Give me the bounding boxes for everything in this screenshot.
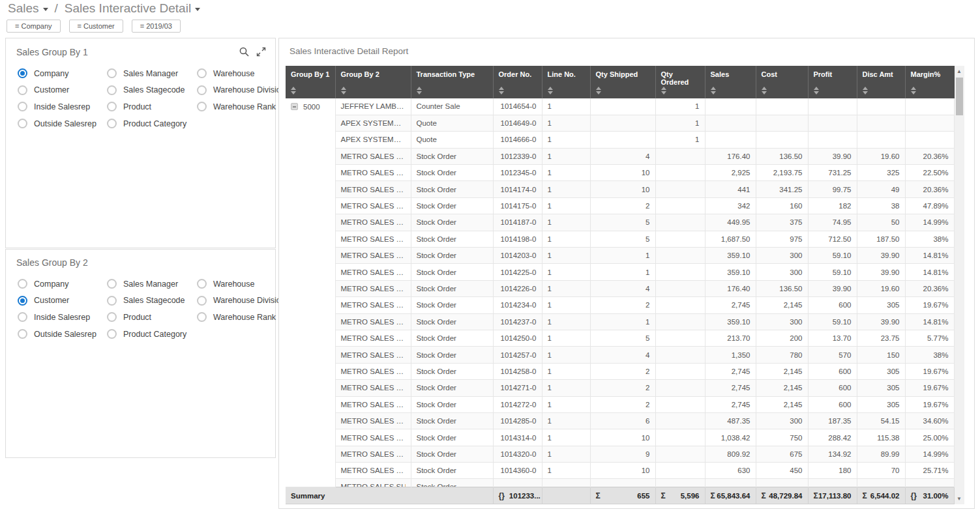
cell-transaction-type[interactable]: Stock Order — [411, 214, 493, 231]
cell-margin[interactable]: 38% — [905, 231, 954, 247]
group-by-1-radio-warehouse-rank[interactable]: Warehouse Rank — [197, 98, 286, 115]
table-row[interactable]: METRO SALES SUPPLYStock Order1014271-012… — [286, 380, 954, 396]
filter-chip-company[interactable]: = Company — [7, 20, 61, 33]
cell-sales[interactable]: 2,745 — [705, 363, 756, 379]
cell-cost[interactable]: 136.50 — [756, 280, 808, 296]
cell-qty-shipped[interactable] — [590, 98, 655, 115]
cell-qty-ordered[interactable] — [655, 197, 705, 214]
cell-cost[interactable]: 136.50 — [756, 148, 808, 164]
radio-icon[interactable] — [107, 102, 117, 111]
cell-cost[interactable]: 2,145 — [756, 297, 808, 313]
cell-line-no[interactable] — [542, 479, 590, 487]
cell-order-no[interactable]: 1014285-0 — [493, 412, 542, 429]
cell-disc-amt[interactable]: 305 — [857, 297, 905, 313]
cell-group-by-2[interactable]: METRO SALES SUPPLY — [335, 479, 411, 487]
cell-sales[interactable]: 2,745 — [705, 396, 756, 412]
cell-line-no[interactable]: 1 — [542, 197, 590, 214]
sort-icon[interactable] — [499, 87, 504, 94]
scroll-up-icon[interactable]: ▲ — [955, 66, 964, 76]
cell-group-by-2[interactable]: METRO SALES SUPPLY — [335, 181, 411, 197]
cell-cost[interactable]: 341.25 — [756, 181, 808, 197]
cell-line-no[interactable]: 1 — [542, 115, 590, 131]
cell-disc-amt[interactable]: 70 — [857, 463, 905, 479]
cell-line-no[interactable]: 1 — [542, 231, 590, 247]
cell-qty-shipped[interactable]: 1 — [590, 264, 655, 280]
sort-icon[interactable] — [341, 87, 346, 94]
cell-line-no[interactable]: 1 — [542, 148, 590, 164]
cell-disc-amt[interactable]: 89.99 — [857, 446, 905, 462]
sort-icon[interactable] — [711, 87, 716, 94]
cell-cost[interactable]: 160 — [756, 197, 808, 214]
cell-disc-amt[interactable]: 325 — [857, 165, 905, 181]
cell-profit[interactable] — [808, 132, 857, 148]
cell-cost[interactable] — [756, 479, 808, 487]
cell-margin[interactable]: 20.36% — [905, 181, 954, 197]
cell-profit[interactable] — [808, 98, 857, 115]
cell-line-no[interactable]: 1 — [542, 132, 590, 148]
cell-sales[interactable]: 176.40 — [705, 148, 756, 164]
cell-qty-shipped[interactable] — [590, 479, 655, 487]
cell-order-no[interactable]: 1014666-0 — [493, 132, 542, 148]
breadcrumb-section-dropdown[interactable]: Sales — [8, 1, 48, 16]
cell-qty-shipped[interactable]: 5 — [590, 330, 655, 346]
cell-cost[interactable]: 2,193.75 — [756, 165, 808, 181]
sort-icon[interactable] — [596, 87, 601, 94]
cell-qty-ordered[interactable] — [655, 412, 705, 429]
radio-icon[interactable] — [18, 85, 27, 95]
scroll-down-icon[interactable]: ▼ — [955, 494, 964, 504]
cell-qty-shipped[interactable]: 4 — [590, 280, 655, 296]
cell-order-no[interactable]: 1014250-0 — [493, 330, 542, 346]
cell-qty-shipped[interactable] — [590, 132, 655, 148]
cell-transaction-type[interactable]: Stock Order — [411, 347, 493, 363]
table-row[interactable]: APEX SYSTEMS COMP...Quote1014666-011 — [286, 132, 954, 148]
cell-margin[interactable]: 20.36% — [905, 148, 954, 164]
cell-order-no[interactable]: 1014272-0 — [493, 396, 542, 412]
table-row[interactable]: METRO SALES SUPPLYStock Order1014226-014… — [286, 280, 954, 296]
cell-line-no[interactable]: 1 — [542, 363, 590, 379]
radio-icon[interactable] — [18, 312, 27, 322]
column-header-qty-ordered[interactable]: Qty Ordered — [655, 66, 705, 98]
group-by-2-radio-warehouse-division[interactable]: Warehouse Division — [197, 293, 286, 309]
cell-group-by-2[interactable]: METRO SALES SUPPLY — [335, 297, 411, 313]
cell-group-by-2[interactable]: APEX SYSTEMS COMP... — [335, 115, 411, 131]
cell-disc-amt[interactable] — [857, 479, 905, 487]
sort-icon[interactable] — [661, 87, 666, 94]
cell-order-no[interactable]: 1014314-0 — [493, 429, 542, 446]
cell-group-by-2[interactable]: METRO SALES SUPPLY — [335, 347, 411, 363]
cell-profit[interactable]: 731.25 — [808, 165, 857, 181]
cell-disc-amt[interactable] — [857, 115, 905, 131]
cell-group-by-2[interactable]: METRO SALES SUPPLY — [335, 264, 411, 280]
cell-group-by-2[interactable]: METRO SALES SUPPLY — [335, 214, 411, 231]
cell-group-by-2[interactable]: METRO SALES SUPPLY — [335, 330, 411, 346]
sort-icon[interactable] — [863, 87, 868, 94]
radio-icon[interactable] — [18, 296, 27, 306]
cell-margin[interactable] — [905, 115, 954, 131]
cell-profit[interactable]: 600 — [808, 363, 857, 379]
cell-line-no[interactable]: 1 — [542, 396, 590, 412]
cell-disc-amt[interactable]: 39.90 — [857, 313, 905, 330]
cell-line-no[interactable]: 1 — [542, 165, 590, 181]
cell-line-no[interactable]: 1 — [542, 429, 590, 446]
cell-transaction-type[interactable]: Stock Order — [411, 280, 493, 296]
cell-sales[interactable]: 2,745 — [705, 297, 756, 313]
cell-line-no[interactable]: 1 — [542, 446, 590, 462]
table-row[interactable]: METRO SALES SUPPLYStock Order1014198-015… — [286, 231, 954, 247]
cell-group-by-2[interactable]: METRO SALES SUPPLY — [335, 165, 411, 181]
cell-sales[interactable]: 441 — [705, 181, 756, 197]
cell-profit[interactable]: 134.92 — [808, 446, 857, 462]
sort-icon[interactable] — [548, 87, 553, 94]
cell-group-by-2[interactable]: APEX SYSTEMS COMP... — [335, 132, 411, 148]
cell-qty-shipped[interactable]: 10 — [590, 165, 655, 181]
vertical-scrollbar[interactable]: ▲ ▼ — [955, 66, 964, 504]
sort-icon[interactable] — [762, 87, 767, 94]
cell-order-no[interactable]: 1014237-0 — [493, 313, 542, 330]
cell-line-no[interactable]: 1 — [542, 264, 590, 280]
cell-group-by-2[interactable]: METRO SALES SUPPLY — [335, 429, 411, 446]
table-row[interactable]: METRO SALES SUPPLYStock Order1014174-011… — [286, 181, 954, 197]
group-by-1-radio-warehouse-division[interactable]: Warehouse Division — [197, 82, 286, 99]
cell-order-no[interactable]: 1014174-0 — [493, 181, 542, 197]
radio-icon[interactable] — [107, 312, 117, 322]
cell-qty-shipped[interactable]: 10 — [590, 463, 655, 479]
cell-group-by-2[interactable]: METRO SALES SUPPLY — [335, 396, 411, 412]
cell-margin[interactable]: 25.00% — [905, 429, 954, 446]
